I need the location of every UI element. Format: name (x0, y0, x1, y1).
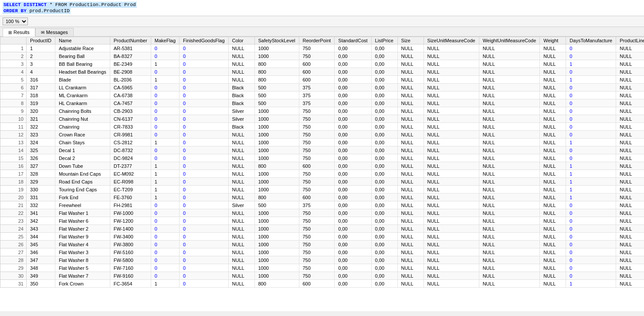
table-row[interactable]: 12 323 Crown Race CR-9981 0 0 NULL 1000 … (0, 131, 644, 139)
table-row[interactable]: 27 346 Flat Washer 3 FW-5160 0 0 NULL 10… (0, 248, 644, 256)
cell-weight: NULL (540, 44, 566, 52)
table-row[interactable]: 1 1 Adjustable Race AR-5381 0 0 NULL 100… (0, 44, 644, 52)
cell-listprice: 0,00 (371, 52, 397, 60)
row-num: 17 (0, 170, 27, 178)
cell-productline: NULL (616, 131, 644, 139)
table-row[interactable]: 22 341 Flat Washer 1 FW-1000 0 0 NULL 10… (0, 209, 644, 217)
tab-results[interactable]: ⊞ Results (3, 28, 35, 37)
cell-productline: NULL (616, 194, 644, 201)
cell-weightunitmeasurecode: NULL (479, 44, 540, 52)
table-row[interactable]: 28 347 Flat Washer 8 FW-5800 0 0 NULL 10… (0, 256, 644, 264)
table-row[interactable]: 15 326 Decal 2 DC-9824 0 0 NULL 1000 750… (0, 154, 644, 162)
table-row[interactable]: 19 330 Touring End Caps EC-T209 1 0 NULL… (0, 186, 644, 194)
col-sizeunitmeasurecode[interactable]: SizeUnitMeasureCode (424, 37, 479, 44)
table-row[interactable]: 26 345 Flat Washer 4 FW-3800 0 0 NULL 10… (0, 241, 644, 248)
cell-reorderpoint: 600 (299, 280, 335, 288)
cell-weightunitmeasurecode: NULL (479, 233, 540, 241)
tab-messages[interactable]: ✉ Messages (35, 28, 74, 36)
table-row[interactable]: 9 320 Chainring Bolts CB-2903 0 0 Silver… (0, 107, 644, 115)
cell-listprice: 0,00 (371, 272, 397, 280)
table-row[interactable]: 4 4 Headset Ball Bearings BE-2908 0 0 NU… (0, 68, 644, 76)
cell-safetystocklevel: 1000 (254, 178, 299, 186)
cell-name: Chainring Nut (55, 115, 110, 123)
col-color[interactable]: Color (228, 37, 254, 44)
results-container[interactable]: ProductID Name ProductNumber MakeFlag Fi… (0, 37, 644, 311)
cell-makeflag: 1 (151, 170, 179, 178)
cell-sizeunitmeasurecode: NULL (424, 123, 479, 131)
col-listprice[interactable]: ListPrice (371, 37, 397, 44)
cell-productline: NULL (616, 201, 644, 209)
table-row[interactable]: 25 344 Flat Washer 9 FW-3400 0 0 NULL 10… (0, 233, 644, 241)
table-row[interactable]: 17 328 Mountain End Caps EC-M092 1 0 NUL… (0, 170, 644, 178)
col-productline[interactable]: ProductLine (616, 37, 644, 44)
cell-productid: 326 (27, 154, 55, 162)
zoom-select[interactable]: 100 % 75 % 150 % (3, 17, 28, 25)
col-standardcost[interactable]: StandardCost (335, 37, 371, 44)
cell-weight: NULL (540, 154, 566, 162)
table-row[interactable]: 3 3 BB Ball Bearing BE-2349 1 0 NULL 800… (0, 60, 644, 68)
table-row[interactable]: 14 325 Decal 1 DC-8732 0 0 NULL 1000 750… (0, 146, 644, 154)
cell-productline: NULL (616, 225, 644, 233)
cell-sizeunitmeasurecode: NULL (424, 178, 479, 186)
cell-productline: NULL (616, 68, 644, 76)
table-row[interactable]: 30 349 Flat Washer 7 FW-9160 0 0 NULL 10… (0, 272, 644, 280)
table-row[interactable]: 18 329 Road End Caps EC-R098 1 0 NULL 10… (0, 178, 644, 186)
table-row[interactable]: 29 348 Flat Washer 5 FW-7160 0 0 NULL 10… (0, 264, 644, 272)
cell-productid: 342 (27, 217, 55, 225)
cell-weightunitmeasurecode: NULL (479, 99, 540, 107)
table-row[interactable]: 13 324 Chain Stays CS-2812 1 0 NULL 1000… (0, 139, 644, 146)
cell-productnumber: DT-2377 (110, 162, 151, 170)
cell-sizeunitmeasurecode: NULL (424, 162, 479, 170)
cell-color: NULL (228, 60, 254, 68)
cell-weight: NULL (540, 76, 566, 84)
cell-finishedgoodsflag: 0 (180, 146, 228, 154)
table-row[interactable]: 21 332 Freewheel FH-2981 0 0 Silver 500 … (0, 201, 644, 209)
row-num: 3 (0, 60, 27, 68)
cell-listprice: 0,00 (371, 60, 397, 68)
col-name[interactable]: Name (55, 37, 110, 44)
col-productnumber[interactable]: ProductNumber (110, 37, 151, 44)
table-row[interactable]: 6 317 LL Crankarm CA-5965 0 0 Black 500 … (0, 84, 644, 92)
table-row[interactable]: 23 342 Flat Washer 6 FW-1200 0 0 NULL 10… (0, 217, 644, 225)
cell-makeflag: 0 (151, 154, 179, 162)
table-row[interactable]: 10 321 Chainring Nut CN-6137 0 0 Silver … (0, 115, 644, 123)
row-num: 26 (0, 241, 27, 248)
col-reorderpoint[interactable]: ReorderPoint (299, 37, 335, 44)
cell-finishedgoodsflag: 0 (180, 162, 228, 170)
cell-standardcost: 0,00 (335, 194, 371, 201)
table-row[interactable]: 31 350 Fork Crown FC-3654 1 0 NULL 800 6… (0, 280, 644, 288)
col-makeflag[interactable]: MakeFlag (151, 37, 179, 44)
cell-makeflag: 0 (151, 84, 179, 92)
col-productid[interactable]: ProductID (27, 37, 55, 44)
col-safetystocklevel[interactable]: SafetyStockLevel (254, 37, 299, 44)
table-row[interactable]: 11 322 Chainring CR-7833 0 0 Black 1000 … (0, 123, 644, 131)
table-row[interactable]: 7 318 ML Crankarm CA-6738 0 0 Black 500 … (0, 92, 644, 99)
cell-name: Flat Washer 5 (55, 264, 110, 272)
cell-productline: NULL (616, 107, 644, 115)
cell-reorderpoint: 750 (299, 241, 335, 248)
table-row[interactable]: 5 316 Blade BL-2036 1 0 NULL 800 600 0,0… (0, 76, 644, 84)
col-weight[interactable]: Weight (540, 37, 566, 44)
col-finishedgoodsflag[interactable]: FinishedGoodsFlag (180, 37, 228, 44)
cell-daystomanufacture: 0 (566, 107, 616, 115)
table-row[interactable]: 8 319 HL Crankarm CA-7457 0 0 Black 500 … (0, 99, 644, 107)
col-daystomanufacture[interactable]: DaysToManufacture (566, 37, 616, 44)
grid-icon: ⊞ (8, 30, 12, 35)
col-weightunitmeasurecode[interactable]: WeightUnitMeasureCode (479, 37, 540, 44)
cell-listprice: 0,00 (371, 201, 397, 209)
cell-productnumber: FW-5160 (110, 248, 151, 256)
cell-daystomanufacture: 0 (566, 248, 616, 256)
table-row[interactable]: 16 327 Down Tube DT-2377 1 0 NULL 800 60… (0, 162, 644, 170)
row-num: 24 (0, 225, 27, 233)
table-row[interactable]: 20 331 Fork End FE-3760 1 0 NULL 800 600… (0, 194, 644, 201)
cell-reorderpoint: 600 (299, 76, 335, 84)
cell-reorderpoint: 750 (299, 146, 335, 154)
cell-weightunitmeasurecode: NULL (479, 76, 540, 84)
cell-size: NULL (397, 92, 424, 99)
table-row[interactable]: 2 2 Bearing Ball BA-8327 0 0 NULL 1000 7… (0, 52, 644, 60)
cell-productid: 323 (27, 131, 55, 139)
table-row[interactable]: 24 343 Flat Washer 2 FW-1400 0 0 NULL 10… (0, 225, 644, 233)
cell-size: NULL (397, 178, 424, 186)
col-size[interactable]: Size (397, 37, 424, 44)
cell-reorderpoint: 750 (299, 186, 335, 194)
